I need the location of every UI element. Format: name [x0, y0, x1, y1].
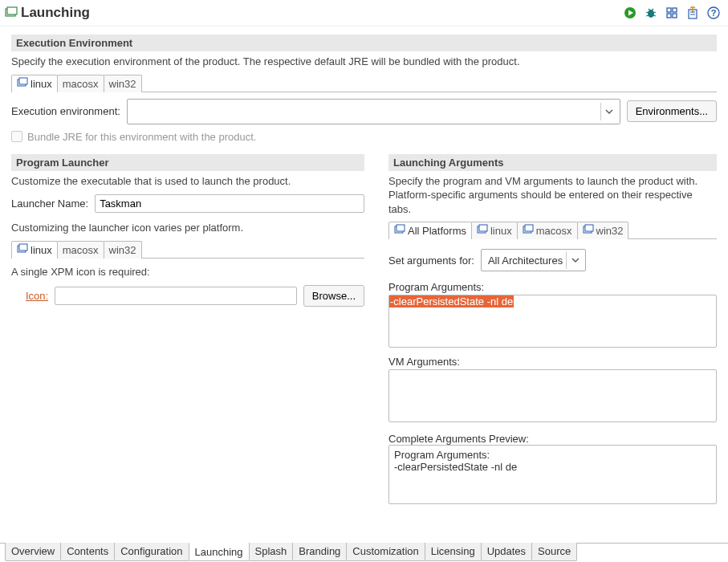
- platform-icon: [477, 224, 488, 238]
- icon-row: Icon: Browse...: [11, 285, 364, 307]
- prog-launcher-desc: Customize the executable that is used to…: [11, 174, 364, 189]
- exec-env-row: Execution environment: Environments...: [11, 99, 717, 124]
- tab-source[interactable]: Source: [531, 543, 577, 561]
- args-platform-tabs: All Platforms linux macosx win32: [388, 221, 717, 238]
- tab-linux[interactable]: linux: [471, 222, 518, 239]
- svg-line-6: [646, 15, 649, 16]
- tab-updates[interactable]: Updates: [481, 543, 532, 561]
- svg-line-9: [652, 9, 653, 10]
- tab-branding[interactable]: Branding: [292, 543, 347, 561]
- tab-linux[interactable]: linux: [11, 75, 58, 92]
- prog-launcher-header: Program Launcher: [11, 154, 364, 171]
- chevron-down-icon: [566, 251, 584, 269]
- set-args-row: Set arguments for: All Architectures: [388, 249, 717, 271]
- tab-label: All Platforms: [408, 225, 466, 237]
- platform-icon: [17, 243, 28, 257]
- svg-line-8: [649, 9, 650, 10]
- execution-environment-section: Execution Environment Specify the execut…: [11, 35, 717, 143]
- preview-line: -clearPersistedState -nl de: [394, 461, 711, 473]
- tab-contents[interactable]: Contents: [60, 543, 115, 561]
- bundle-jre-row: Bundle JRE for this environment with the…: [11, 131, 717, 143]
- launcher-icon-tabs: linux macosx win32: [11, 240, 364, 258]
- exec-env-header: Execution Environment: [11, 35, 717, 51]
- organize-icon[interactable]: [665, 6, 678, 19]
- platform-icon: [523, 224, 534, 238]
- launcher-name-row: Launcher Name:: [11, 194, 364, 213]
- exec-env-select[interactable]: [127, 99, 620, 124]
- tab-win32[interactable]: win32: [104, 75, 142, 92]
- tab-macosx[interactable]: macosx: [517, 222, 578, 239]
- vm-args-textarea[interactable]: [388, 369, 717, 422]
- bundle-jre-label: Bundle JRE for this environment with the…: [27, 131, 256, 143]
- svg-rect-25: [397, 225, 405, 231]
- svg-rect-11: [673, 8, 677, 12]
- tab-win32[interactable]: win32: [104, 241, 142, 259]
- tab-macosx[interactable]: macosx: [57, 75, 104, 92]
- xpm-note: A single XPM icon is required:: [11, 265, 364, 279]
- chevron-down-icon: [600, 103, 618, 120]
- preview-box: Program Arguments: -clearPersistedState …: [388, 445, 717, 504]
- program-args-value: -clearPersistedState -nl de: [389, 295, 514, 307]
- tab-overview[interactable]: Overview: [5, 543, 61, 561]
- environments-button[interactable]: Environments...: [627, 100, 717, 122]
- preview-label: Complete Arguments Preview:: [388, 433, 717, 445]
- editor-bottom-tabs: Overview Contents Configuration Launchin…: [0, 543, 728, 562]
- two-column-layout: Program Launcher Customize the executabl…: [11, 154, 717, 505]
- platform-icon: [583, 224, 594, 238]
- exec-env-desc: Specify the execution environment of the…: [11, 55, 717, 69]
- platform-icon: [17, 77, 28, 91]
- svg-rect-23: [19, 244, 27, 250]
- svg-rect-12: [667, 14, 671, 18]
- tab-macosx[interactable]: macosx: [57, 241, 104, 259]
- platform-icon: [394, 224, 405, 238]
- launching-arguments-section: Launching Arguments Specify the program …: [388, 154, 717, 505]
- svg-rect-13: [673, 14, 677, 18]
- preview-line: Program Arguments:: [394, 449, 711, 461]
- svg-rect-27: [479, 225, 487, 231]
- svg-line-7: [653, 15, 656, 16]
- export-icon[interactable]: [686, 6, 699, 19]
- tab-customization[interactable]: Customization: [346, 543, 425, 561]
- run-icon[interactable]: [624, 6, 636, 19]
- tab-label: win32: [596, 225, 624, 237]
- content-area: Execution Environment Specify the execut…: [0, 26, 728, 537]
- svg-rect-21: [19, 78, 27, 84]
- help-icon[interactable]: ?: [707, 6, 720, 19]
- exec-env-label: Execution environment:: [11, 105, 120, 117]
- tab-configuration[interactable]: Configuration: [114, 543, 189, 561]
- icon-link-label[interactable]: Icon:: [11, 290, 48, 302]
- page-title: Launching: [21, 5, 624, 21]
- program-launcher-section: Program Launcher Customize the executabl…: [11, 154, 364, 505]
- vm-args-label: VM Arguments:: [388, 356, 717, 368]
- tab-win32[interactable]: win32: [577, 222, 629, 239]
- tab-all-platforms[interactable]: All Platforms: [388, 222, 472, 239]
- launch-args-header: Launching Arguments: [388, 154, 717, 171]
- program-args-label: Program Arguments:: [388, 281, 717, 293]
- program-args-textarea[interactable]: -clearPersistedState -nl de: [388, 295, 717, 348]
- customize-note: Customizing the launcher icon varies per…: [11, 221, 364, 235]
- tab-linux[interactable]: linux: [11, 241, 58, 259]
- tab-label: macosx: [536, 225, 572, 237]
- icon-path-input[interactable]: [55, 287, 297, 305]
- browse-button[interactable]: Browse...: [303, 285, 364, 307]
- launcher-name-input[interactable]: [95, 194, 364, 213]
- tab-launching[interactable]: Launching: [189, 543, 250, 561]
- svg-rect-1: [7, 7, 17, 14]
- set-args-label: Set arguments for:: [388, 255, 474, 267]
- tab-label: linux: [31, 78, 52, 90]
- tab-label: linux: [31, 244, 52, 256]
- launching-page-icon: [5, 6, 18, 19]
- tab-splash[interactable]: Splash: [249, 543, 294, 561]
- tab-label: linux: [490, 225, 512, 237]
- debug-icon[interactable]: [645, 6, 657, 19]
- bundle-jre-checkbox[interactable]: [11, 131, 22, 142]
- svg-text:?: ?: [711, 8, 717, 18]
- tab-licensing[interactable]: Licensing: [425, 543, 482, 561]
- header-toolbar: ?: [624, 6, 720, 19]
- svg-rect-29: [525, 225, 533, 231]
- page-header: Launching ?: [0, 0, 728, 26]
- launch-args-desc: Specify the program and VM arguments to …: [388, 174, 717, 217]
- svg-point-3: [648, 10, 654, 18]
- architectures-select[interactable]: All Architectures: [481, 249, 586, 271]
- exec-env-tabs: linux macosx win32: [11, 74, 717, 92]
